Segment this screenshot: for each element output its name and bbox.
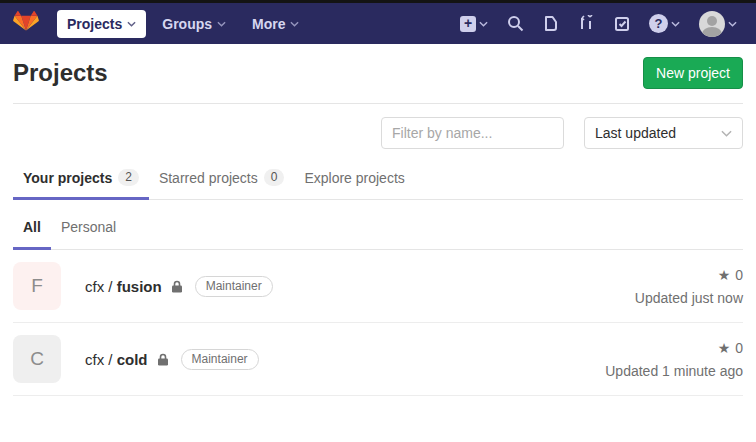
project-avatar[interactable]: C — [13, 335, 61, 383]
filter-toolbar: Last updated — [13, 104, 743, 159]
tab-label: Your projects — [23, 170, 112, 186]
chevron-down-icon — [721, 130, 732, 137]
chevron-down-icon — [290, 21, 299, 27]
star-count[interactable]: ★ 0 — [605, 340, 743, 356]
tab-count-badge: 0 — [264, 169, 285, 186]
nav-groups-label: Groups — [162, 16, 212, 32]
sort-dropdown[interactable]: Last updated — [584, 117, 743, 149]
project-name: fusion — [117, 278, 162, 295]
chevron-down-icon — [127, 21, 136, 27]
private-lock-icon — [157, 353, 169, 366]
navbar-actions: + — [454, 6, 743, 42]
todo-check-icon — [614, 16, 630, 32]
plus-icon: + — [460, 16, 476, 32]
nav-groups-dropdown[interactable]: Groups — [152, 10, 236, 38]
project-info: cfx / cold Maintainer — [85, 349, 259, 370]
filter-by-name-input[interactable] — [381, 117, 564, 149]
chevron-down-icon — [217, 21, 226, 27]
issues-button[interactable] — [537, 10, 565, 37]
user-avatar — [699, 11, 725, 37]
scope-tabs: All Personal — [13, 209, 743, 250]
project-avatar[interactable]: F — [13, 262, 61, 310]
project-link[interactable]: cfx / fusion — [85, 278, 162, 295]
chevron-down-icon — [728, 21, 737, 27]
private-lock-icon — [171, 280, 183, 293]
sort-dropdown-value: Last updated — [595, 125, 676, 141]
chevron-down-icon — [671, 21, 680, 27]
page-container: Projects New project Last updated Your p… — [0, 44, 756, 396]
search-icon — [507, 15, 524, 32]
todos-button[interactable] — [608, 11, 636, 37]
project-list: F cfx / fusion Maintainer ★ 0 Updated ju — [13, 250, 743, 396]
project-info: cfx / fusion Maintainer — [85, 276, 273, 297]
project-row: F cfx / fusion Maintainer ★ 0 Updated ju — [13, 250, 743, 323]
project-meta: ★ 0 Updated 1 minute ago — [605, 340, 743, 379]
project-link[interactable]: cfx / cold — [85, 351, 148, 368]
tab-your-projects[interactable]: Your projects 2 — [13, 159, 149, 200]
project-name: cold — [117, 351, 148, 368]
tab-starred-projects[interactable]: Starred projects 0 — [149, 159, 295, 200]
nav-projects-label: Projects — [67, 16, 122, 32]
top-navbar: Projects Groups More + — [0, 0, 756, 44]
nav-projects-dropdown[interactable]: Projects — [57, 10, 146, 38]
tab-label: Explore projects — [304, 170, 404, 186]
page-title: Projects — [13, 59, 108, 87]
nav-more-label: More — [252, 16, 285, 32]
chevron-down-icon — [479, 21, 488, 27]
updated-timestamp: Updated 1 minute ago — [605, 363, 743, 379]
project-namespace: cfx / — [85, 278, 113, 295]
updated-timestamp: Updated just now — [635, 290, 743, 306]
nav-more-dropdown[interactable]: More — [242, 10, 309, 38]
tab-label: Starred projects — [159, 170, 258, 186]
scope-tab-personal[interactable]: Personal — [51, 209, 126, 250]
star-icon: ★ — [718, 267, 731, 283]
scope-tab-all[interactable]: All — [13, 209, 51, 250]
navbar-menu: Projects Groups More — [57, 10, 309, 38]
help-icon: ? — [649, 14, 668, 33]
page-header: Projects New project — [13, 44, 743, 103]
help-menu-button[interactable]: ? — [643, 9, 686, 38]
role-badge: Maintainer — [195, 276, 273, 297]
avatar-initial: C — [30, 348, 44, 370]
tab-explore-projects[interactable]: Explore projects — [294, 159, 414, 200]
role-badge: Maintainer — [181, 349, 259, 370]
new-project-button[interactable]: New project — [643, 57, 743, 89]
avatar-initial: F — [31, 275, 43, 297]
merge-requests-button[interactable] — [572, 10, 601, 37]
tab-count-badge: 2 — [118, 169, 139, 186]
gitlab-logo-icon[interactable] — [13, 11, 39, 36]
star-icon: ★ — [718, 340, 731, 356]
user-menu-button[interactable] — [693, 6, 743, 42]
project-meta: ★ 0 Updated just now — [635, 267, 743, 306]
project-tabs: Your projects 2 Starred projects 0 Explo… — [13, 159, 743, 200]
new-menu-button[interactable]: + — [454, 11, 494, 37]
star-count[interactable]: ★ 0 — [635, 267, 743, 283]
project-namespace: cfx / — [85, 351, 113, 368]
star-count-value: 0 — [735, 340, 743, 356]
star-count-value: 0 — [735, 267, 743, 283]
merge-request-icon — [578, 15, 595, 32]
issues-icon — [543, 15, 559, 32]
search-button[interactable] — [501, 10, 530, 37]
project-row: C cfx / cold Maintainer ★ 0 Updated 1 mi — [13, 323, 743, 396]
